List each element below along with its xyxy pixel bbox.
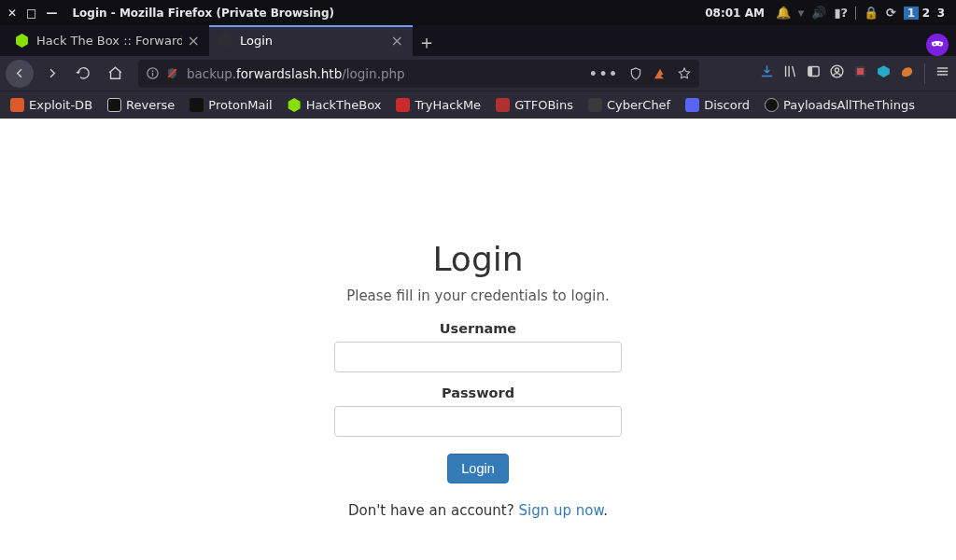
window-title: Login - Mozilla Firefox (Private Browsin…	[72, 7, 705, 20]
private-browsing-icon	[926, 34, 949, 56]
window-controls: ✕ □ —	[0, 7, 64, 20]
bookmark-icon	[496, 98, 510, 112]
bookmark-icon	[588, 98, 602, 112]
wifi-icon[interactable]: ▾	[798, 6, 805, 20]
minimize-button[interactable]: —	[46, 7, 57, 20]
svg-point-8	[835, 68, 838, 72]
bookmark-reverse[interactable]: Reverse	[105, 96, 177, 114]
site-identity[interactable]	[146, 66, 179, 80]
svg-marker-11	[878, 65, 890, 77]
password-input[interactable]	[334, 406, 622, 437]
os-titlebar: ✕ □ — Login - Mozilla Firefox (Private B…	[0, 0, 956, 25]
home-button[interactable]	[101, 60, 129, 88]
svg-rect-10	[857, 68, 864, 75]
library-button[interactable]	[782, 63, 798, 83]
battery-icon[interactable]: ▮?	[834, 6, 848, 20]
bell-icon[interactable]: 🔔	[776, 6, 791, 20]
close-button[interactable]: ✕	[7, 7, 17, 20]
page-favicon	[218, 34, 232, 48]
bookmark-payloads[interactable]: PayloadsAllTheThings	[762, 96, 918, 114]
lock-icon[interactable]: 🔒	[864, 6, 879, 20]
bookmarks-bar: Exploit-DB Reverse ProtonMail HackTheBox…	[0, 91, 956, 119]
close-tab-icon[interactable]: ×	[188, 32, 200, 49]
bookmark-gtfobins[interactable]: GTFOBins	[493, 96, 576, 114]
discord-icon	[685, 98, 699, 112]
bookmark-discord[interactable]: Discord	[682, 96, 752, 114]
sidebar-button[interactable]	[806, 63, 822, 83]
new-tab-button[interactable]: ＋	[413, 28, 441, 56]
url-text: backup.forwardslash.htb/login.php	[187, 66, 589, 81]
page-actions-icon[interactable]: •••	[589, 66, 619, 81]
clock: 08:01 AM	[705, 7, 765, 20]
back-button[interactable]	[6, 60, 34, 88]
app-menu-button[interactable]	[935, 63, 950, 83]
workspace-1[interactable]: 1	[904, 7, 919, 20]
insecure-icon	[165, 66, 179, 80]
signup-link[interactable]: Sign up now	[518, 502, 603, 519]
login-form: Login Please fill in your credentials to…	[273, 240, 683, 519]
toolbar-actions	[759, 63, 950, 84]
login-button[interactable]: Login	[447, 454, 508, 483]
bookmark-tryhackme[interactable]: TryHackMe	[393, 96, 484, 114]
bookmark-icon	[107, 98, 121, 112]
page-content: Login Please fill in your credentials to…	[0, 119, 956, 560]
downloads-button[interactable]	[759, 63, 775, 83]
svg-point-0	[934, 43, 935, 45]
close-tab-icon[interactable]: ×	[391, 32, 403, 49]
workspace-3[interactable]: 3	[934, 7, 949, 20]
signup-prompt: Don't have an account? Sign up now.	[273, 502, 683, 519]
svg-point-3	[152, 70, 154, 72]
tab-label: Login	[240, 34, 386, 48]
tab-login[interactable]: Login ×	[209, 25, 413, 56]
reader-shield-icon[interactable]	[628, 66, 643, 81]
bookmark-icon	[10, 98, 24, 112]
github-icon	[765, 98, 779, 112]
username-input[interactable]	[334, 342, 622, 372]
password-label: Password	[273, 385, 683, 400]
ext-icon-1[interactable]	[852, 63, 868, 83]
foxyproxy-icon[interactable]	[653, 66, 668, 81]
page-title: Login	[273, 240, 683, 278]
bookmark-star-icon[interactable]	[677, 66, 692, 81]
address-bar[interactable]: backup.forwardslash.htb/login.php •••	[138, 60, 699, 88]
power-icon[interactable]: ⟳	[886, 6, 896, 20]
bookmark-icon	[396, 98, 410, 112]
htb-cube-icon	[288, 98, 302, 112]
lock-icon	[190, 98, 204, 112]
reload-button[interactable]	[69, 60, 97, 88]
page-subtitle: Please fill in your credentials to login…	[273, 287, 683, 304]
tab-label: Hack The Box :: Forward	[36, 34, 182, 48]
htb-cube-icon	[15, 34, 29, 48]
account-button[interactable]	[829, 63, 845, 83]
svg-rect-6	[808, 67, 812, 77]
ext-icon-3[interactable]	[899, 63, 915, 83]
workspaces[interactable]: 1 2 3	[904, 7, 949, 20]
ext-icon-2[interactable]	[876, 63, 892, 83]
bookmark-hackthebox[interactable]: HackTheBox	[285, 96, 385, 114]
svg-rect-4	[152, 73, 153, 77]
forward-button[interactable]	[37, 60, 65, 88]
system-tray: 08:01 AM 🔔 ▾ 🔊 ▮? 🔒 ⟳ 1 2 3	[705, 6, 956, 20]
bookmark-protonmail[interactable]: ProtonMail	[187, 96, 274, 114]
bookmark-exploitdb[interactable]: Exploit-DB	[7, 96, 95, 114]
svg-point-1	[939, 43, 941, 45]
workspace-2[interactable]: 2	[919, 7, 934, 20]
volume-icon[interactable]: 🔊	[811, 6, 826, 20]
bookmark-cyberchef[interactable]: CyberChef	[585, 96, 673, 114]
maximize-button[interactable]: □	[26, 7, 36, 20]
tab-strip: Hack The Box :: Forward × Login × ＋	[0, 25, 956, 56]
username-label: Username	[273, 321, 683, 336]
tab-hackthebox[interactable]: Hack The Box :: Forward ×	[6, 25, 209, 56]
navigation-toolbar: backup.forwardslash.htb/login.php •••	[0, 56, 956, 91]
